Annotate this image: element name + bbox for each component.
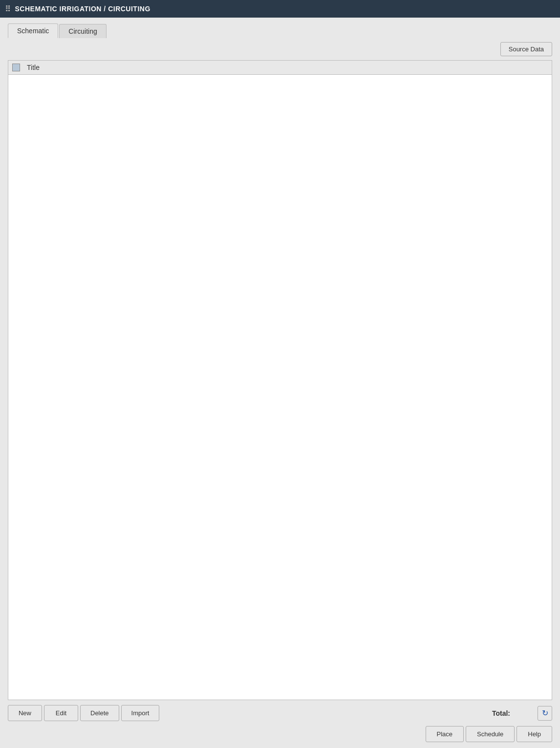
total-label: Total: — [492, 709, 510, 717]
delete-button[interactable]: Delete — [80, 705, 119, 721]
import-button[interactable]: Import — [121, 705, 160, 721]
help-button[interactable]: Help — [517, 726, 552, 742]
refresh-icon: ↻ — [542, 708, 548, 718]
action-buttons: New Edit Delete Import — [8, 705, 159, 721]
tab-schematic[interactable]: Schematic — [8, 23, 58, 38]
checkbox-header-cell — [12, 64, 27, 71]
title-bar: ⠿ SCHEMATIC IRRIGATION / CIRCUITING — [0, 0, 560, 18]
total-area: Total: ↻ — [492, 706, 552, 721]
source-data-button[interactable]: Source Data — [500, 42, 552, 56]
toolbar-row: Source Data — [8, 42, 552, 56]
schedule-button[interactable]: Schedule — [466, 726, 515, 742]
data-table: Title — [8, 60, 552, 700]
secondary-buttons: Place Schedule Help — [8, 726, 552, 742]
edit-button[interactable]: Edit — [44, 705, 78, 721]
bottom-bar: New Edit Delete Import Total: ↻ — [8, 705, 552, 721]
tabs-row: Schematic Circuiting — [8, 23, 552, 38]
select-all-checkbox[interactable] — [12, 64, 20, 71]
drag-icon: ⠿ — [5, 4, 11, 14]
table-header: Title — [8, 61, 552, 75]
place-button[interactable]: Place — [426, 726, 464, 742]
title-column-header: Title — [27, 64, 450, 71]
extra-column-header — [450, 64, 548, 71]
tab-circuiting[interactable]: Circuiting — [59, 24, 106, 38]
main-container: Schematic Circuiting Source Data Title N… — [0, 18, 560, 748]
app-title: SCHEMATIC IRRIGATION / CIRCUITING — [15, 5, 151, 13]
table-body — [8, 75, 552, 270]
new-button[interactable]: New — [8, 705, 42, 721]
refresh-button[interactable]: ↻ — [538, 706, 552, 721]
